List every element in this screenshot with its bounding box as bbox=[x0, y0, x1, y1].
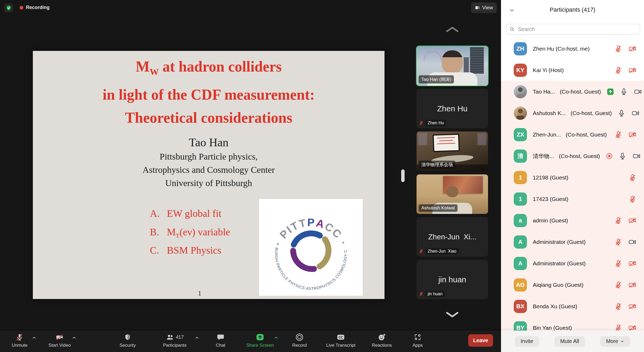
video-tile-jin-huan[interactable]: jin huan jin huan bbox=[417, 260, 488, 299]
invite-button[interactable]: Invite bbox=[515, 336, 539, 347]
avatar: 1 bbox=[514, 171, 527, 184]
curtain bbox=[477, 133, 486, 145]
chat-button[interactable]: Chat bbox=[202, 332, 239, 351]
mute-all-button[interactable]: Mute All bbox=[554, 336, 585, 347]
participants-label: Participants bbox=[163, 343, 187, 348]
share-screen-button[interactable]: Share Screen bbox=[236, 332, 284, 351]
start-video-label: Start Video bbox=[48, 343, 71, 348]
participant-row[interactable]: a admin (Guest) bbox=[501, 210, 644, 231]
participant-row[interactable]: ZH Zhen Hu (Co-host, me) bbox=[501, 38, 644, 59]
camera-off-icon bbox=[55, 333, 64, 341]
camera-off-icon bbox=[628, 259, 637, 267]
projection-screen bbox=[433, 134, 460, 152]
author-name: Tao Han bbox=[33, 135, 384, 150]
leave-button[interactable]: Leave bbox=[468, 334, 493, 347]
avatar: ZH bbox=[514, 42, 527, 55]
gallery-resize-handle[interactable] bbox=[401, 169, 405, 182]
video-tile-ashutosh-kotwal[interactable]: Ashutosh Kotwal bbox=[417, 174, 488, 214]
video-name-tag: jin huan bbox=[419, 291, 445, 297]
avatar: AG bbox=[514, 278, 527, 292]
participant-name: 17423 (Guest) bbox=[533, 196, 568, 202]
recording-label: Recording bbox=[26, 5, 50, 10]
author-affiliation-2: Astrophysics and Cosmology Center bbox=[33, 163, 384, 177]
participant-row[interactable]: 1 12198 (Guest) bbox=[501, 167, 644, 188]
apps-button[interactable]: Apps bbox=[399, 332, 436, 351]
more-label: More bbox=[606, 338, 618, 344]
avatar: ZX bbox=[514, 128, 527, 141]
participant-row[interactable]: BX Benda Xu (Guest) bbox=[501, 296, 644, 317]
participant-name: Kai Yi (Host) bbox=[533, 67, 564, 73]
record-button[interactable]: Record bbox=[281, 332, 318, 351]
participant-name: 清华物... bbox=[533, 152, 554, 160]
participant-row[interactable]: A Administrator (Guest) bbox=[501, 231, 644, 253]
participant-role: (Co-host, Guest) bbox=[571, 110, 612, 116]
more-button[interactable]: More bbox=[600, 336, 630, 347]
view-label: View bbox=[482, 5, 493, 11]
camera-on-icon bbox=[631, 109, 640, 117]
chat-bubble-icon bbox=[217, 333, 225, 341]
speaker-face bbox=[446, 186, 458, 197]
security-label: Security bbox=[119, 343, 136, 348]
video-tile-tsinghua-room[interactable]: 清华物理系会场 bbox=[417, 131, 488, 171]
author-affiliation-1: Pittsburgh Particle physics, bbox=[33, 150, 384, 163]
participant-row[interactable]: Tao Ha... (Co-host, Guest) bbox=[501, 81, 644, 102]
reactions-button[interactable]: Reactions bbox=[362, 332, 402, 351]
security-button[interactable]: Security bbox=[106, 332, 149, 351]
participants-options-caret-icon[interactable] bbox=[194, 335, 200, 341]
participant-name: admin (Guest) bbox=[533, 217, 568, 224]
mic-muted-icon bbox=[614, 324, 622, 331]
unmute-button[interactable]: Unmute bbox=[1, 332, 38, 351]
building bbox=[464, 57, 469, 74]
participant-role: (Co-host, Guest) bbox=[566, 131, 607, 138]
unmute-label: Unmute bbox=[12, 343, 28, 348]
live-transcript-button[interactable]: CC Live Transcript bbox=[316, 332, 366, 351]
participant-row[interactable]: A Administrator (Guest) bbox=[501, 253, 644, 274]
participants-count: 417 bbox=[176, 335, 184, 340]
encryption-shield-button[interactable] bbox=[4, 3, 13, 12]
participant-name: Zhen-Jun... bbox=[533, 131, 561, 138]
search-input[interactable] bbox=[506, 24, 640, 34]
record-icon bbox=[296, 333, 303, 341]
participant-row[interactable]: Ashutosh K... (Co-host, Guest) bbox=[501, 102, 644, 124]
participant-name: Benda Xu (Guest) bbox=[533, 303, 577, 310]
video-name-tag: 清华物理系会场 bbox=[419, 161, 455, 169]
participant-search bbox=[506, 24, 640, 34]
mic-muted-icon bbox=[419, 249, 424, 254]
mic-muted-icon bbox=[419, 121, 424, 126]
video-tile-zhen-hu[interactable]: Zhen Hu Zhen Hu bbox=[417, 89, 488, 128]
start-video-button[interactable]: Start Video bbox=[38, 332, 81, 351]
participant-row[interactable]: KY Kai Yi (Host) bbox=[501, 59, 644, 81]
meeting-topbar: Recording View bbox=[0, 0, 501, 15]
video-tile-zhen-jun-xiao[interactable]: Zhen-Jun Xi... Zhen-Jun Xiao bbox=[417, 217, 488, 257]
participants-button[interactable]: 417 Participants bbox=[150, 332, 200, 351]
participant-name: Administrator (Guest) bbox=[533, 260, 586, 267]
view-button[interactable]: View bbox=[471, 2, 497, 13]
participant-name: Ashutosh K... bbox=[533, 110, 566, 116]
pittpacc-logo: · PITTPACC · PITTSBURGH PARTICLE PHYSICS… bbox=[259, 199, 363, 296]
avatar: 清 bbox=[514, 149, 527, 163]
video-tile-tao-han[interactable]: Tao Han (韩涛) bbox=[417, 46, 488, 86]
gallery-scroll-down-chevron-icon[interactable] bbox=[445, 311, 460, 320]
participant-row[interactable]: ZX Zhen-Jun... (Co-host, Guest) bbox=[501, 124, 644, 145]
mic-options-caret-icon[interactable] bbox=[32, 335, 37, 341]
pittpacc-logo-graphic: · PITTPACC · PITTSBURGH PARTICLE PHYSICS… bbox=[266, 202, 356, 292]
participant-row[interactable]: BY Bin Yan (Guest) bbox=[501, 317, 644, 331]
participant-row[interactable]: 清 清华物... (Co-host, Guest) bbox=[501, 145, 644, 167]
avatar bbox=[514, 107, 527, 120]
speaker-face bbox=[442, 50, 463, 73]
participant-row[interactable]: 1 17423 (Guest) bbox=[501, 188, 644, 210]
mic-muted-icon bbox=[614, 259, 622, 267]
mic-muted-icon bbox=[629, 174, 637, 182]
avatar: 1 bbox=[514, 192, 527, 206]
participants-list: ZH Zhen Hu (Co-host, me) KY Kai Yi (Host… bbox=[501, 38, 644, 331]
video-options-caret-icon[interactable] bbox=[71, 335, 77, 341]
participant-name: Tao Ha... bbox=[533, 89, 555, 95]
avatar: BY bbox=[514, 321, 527, 331]
reactions-smiley-icon bbox=[378, 333, 386, 341]
participant-role: (Co-host, Guest) bbox=[560, 89, 601, 95]
mic-on-icon bbox=[618, 109, 625, 117]
share-options-caret-icon[interactable] bbox=[274, 335, 279, 341]
gallery-scroll-up-chevron-icon[interactable] bbox=[445, 25, 460, 34]
participant-row[interactable]: AG Aiqiang Guo (Guest) bbox=[501, 274, 644, 296]
recording-dot-icon bbox=[20, 6, 23, 10]
